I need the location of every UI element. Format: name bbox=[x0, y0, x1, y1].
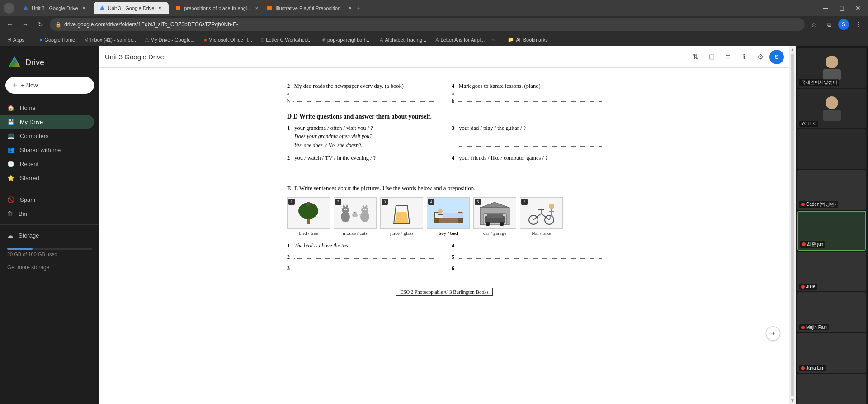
sidebar-item-recent[interactable]: 🕒 Recent bbox=[0, 157, 94, 171]
user-avatar[interactable]: S bbox=[769, 50, 784, 64]
starred-icon: ⭐ bbox=[7, 175, 14, 181]
restore-button[interactable]: ◻ bbox=[835, 2, 848, 14]
layout-grid-button[interactable]: ⊞ bbox=[704, 50, 719, 64]
bookmark-all[interactable]: 📁 All Bookmarks bbox=[504, 36, 551, 43]
bookmark-apps[interactable]: ⊞ Apps bbox=[4, 36, 28, 43]
sort-button[interactable]: ⇅ bbox=[688, 50, 703, 64]
video-panel: 국제인어체발센터 YGLEC bbox=[796, 46, 868, 404]
sidebar-item-storage[interactable]: ☁ Storage bbox=[0, 228, 94, 242]
tab-1-close[interactable]: ✕ bbox=[81, 5, 87, 11]
svg-point-23 bbox=[361, 207, 368, 213]
sidebar-divider-2 bbox=[0, 224, 99, 225]
sidebar-item-computers[interactable]: 💻 Computers bbox=[0, 129, 94, 143]
video-tile-9[interactable]: 민세원 bbox=[797, 374, 866, 404]
sidebar-item-shared[interactable]: 👥 Shared with me bbox=[0, 143, 94, 157]
sidebar-item-home[interactable]: 🏠 Home bbox=[0, 101, 94, 115]
scrollbar[interactable]: ▲ ▼ bbox=[789, 46, 796, 404]
bookmark-ms-office[interactable]: ■ Microsoft Office H... bbox=[200, 36, 256, 43]
new-button[interactable]: + + New bbox=[5, 77, 94, 94]
answer-line-a1 bbox=[293, 94, 437, 94]
close-button[interactable]: ✕ bbox=[852, 2, 864, 14]
sidebar-item-bin[interactable]: 🗑 Bin bbox=[0, 207, 94, 221]
video-tile-4[interactable]: Caden(박장민) bbox=[797, 170, 866, 210]
q4-num: 4 bbox=[452, 155, 454, 162]
bookmark-separator-2 bbox=[500, 36, 500, 43]
sent-line-3 bbox=[294, 270, 437, 270]
sent-num-2: 2 bbox=[287, 254, 290, 261]
sidebar-item-my-drive[interactable]: 💾 My Drive bbox=[0, 115, 94, 129]
forward-button[interactable]: → bbox=[19, 18, 32, 31]
image-bird-tree: 1 bbox=[287, 197, 330, 236]
layout-list-button[interactable]: ≡ bbox=[721, 50, 735, 64]
svg-point-19 bbox=[353, 212, 357, 214]
get-more-storage[interactable]: Get more storage bbox=[0, 261, 94, 274]
scroll-down[interactable]: ▼ bbox=[790, 398, 795, 403]
tab-2-close[interactable]: ✕ bbox=[157, 5, 163, 11]
extension-button[interactable]: ⧉ bbox=[823, 18, 835, 31]
bookmarks-bar: ⊞ Apps ● Google Home M Inbox (41) - sam.… bbox=[0, 33, 868, 46]
minimize-button[interactable]: ─ bbox=[819, 2, 832, 14]
profile-button[interactable]: S bbox=[838, 19, 849, 30]
video-tile-3[interactable] bbox=[797, 129, 866, 169]
video-tile-8[interactable]: Juha Lim bbox=[797, 333, 866, 373]
image-mouse-cats: 2 bbox=[334, 197, 377, 236]
scroll-thumb[interactable] bbox=[791, 54, 794, 396]
bookmark-google-home[interactable]: ● Google Home bbox=[36, 36, 79, 44]
tab-bar: ‹ Unit 3 - Google Drive ✕ Unit 3 - Googl… bbox=[0, 0, 868, 16]
drive-logo-text: Drive bbox=[25, 58, 44, 67]
video-tile-5[interactable]: 최준 jun bbox=[797, 211, 866, 251]
bookmark-letter-c-label: Letter C Worksheet... bbox=[266, 37, 313, 43]
bookmark-letter-a[interactable]: A Letter A is for Airpl... bbox=[432, 36, 488, 43]
storage-progress-fill bbox=[7, 248, 33, 250]
bookmark-letter-c[interactable]: □ Letter C Worksheet... bbox=[258, 36, 316, 43]
bookmark-star-button[interactable]: ☆ bbox=[807, 18, 820, 31]
tab-nav-prev[interactable]: ‹ bbox=[4, 3, 14, 14]
bookmark-my-drive[interactable]: △ My Drive - Google... bbox=[142, 36, 198, 43]
video-tile-6[interactable]: Julie bbox=[797, 252, 866, 291]
q1-answer1: Does your grandma often visit you? bbox=[294, 133, 437, 141]
bookmark-inbox[interactable]: M Inbox (41) - sam.br... bbox=[80, 36, 140, 43]
tab-3-close[interactable]: ✕ bbox=[254, 5, 260, 11]
tile-label-4: Caden(박장민) bbox=[806, 201, 836, 208]
section-d-q1: 1 your grandma / often / visit you / ? D… bbox=[287, 125, 437, 151]
svg-rect-43 bbox=[487, 214, 503, 218]
scroll-up[interactable]: ▲ bbox=[790, 47, 795, 52]
sidebar-item-starred[interactable]: ⭐ Starred bbox=[0, 171, 94, 185]
bookmark-alphabet[interactable]: A Alphabet Tracing... bbox=[376, 36, 430, 43]
storage-info: 20 GB of 100 GB used bbox=[7, 246, 92, 257]
tab-3[interactable]: prepositions-of-place-in-engl... ✕ bbox=[170, 2, 260, 14]
q1-prompt-row: 1 your grandma / often / visit you / ? bbox=[287, 125, 437, 132]
video-tile-7[interactable]: Mujin Park bbox=[797, 292, 866, 332]
tab-4-close[interactable]: ✕ bbox=[347, 5, 351, 11]
tab-2[interactable]: Unit 3 - Google Drive ✕ bbox=[94, 2, 169, 14]
tab-4[interactable]: Illustrative Playful Preposition... ✕ bbox=[261, 2, 351, 14]
svg-rect-33 bbox=[443, 213, 463, 218]
new-tab-button[interactable]: + bbox=[352, 2, 365, 14]
bookmark-alphabet-label: Alphabet Tracing... bbox=[385, 37, 426, 43]
bookmark-popup[interactable]: ◈ pop-up-neighborh... bbox=[318, 36, 374, 43]
reload-button[interactable]: ↻ bbox=[34, 18, 47, 31]
svg-marker-14 bbox=[343, 204, 345, 207]
back-button[interactable]: ← bbox=[4, 18, 16, 31]
section-d-letter: D bbox=[287, 113, 292, 120]
menu-button[interactable]: ⋮ bbox=[852, 18, 864, 31]
q3-answer1 bbox=[459, 133, 602, 139]
sidebar-item-spam[interactable]: 🚫 Spam bbox=[0, 193, 94, 207]
settings-button[interactable]: ⚙ bbox=[753, 50, 768, 64]
sentence-1: 1 The bird is above the tree............… bbox=[287, 242, 437, 249]
info-button[interactable]: ℹ bbox=[737, 50, 751, 64]
tile-label-8: Juha Lim bbox=[806, 366, 825, 371]
add-scroll-button[interactable]: + bbox=[766, 326, 780, 341]
bookmark-google-home-label: Google Home bbox=[44, 37, 75, 43]
section-d-q4: 4 your friends / like / computer games /… bbox=[452, 155, 602, 177]
storage-icon: ☁ bbox=[7, 232, 13, 239]
tab-1[interactable]: Unit 3 - Google Drive ✕ bbox=[17, 2, 93, 14]
above-q4-answer-b: b bbox=[452, 98, 602, 105]
video-tile-1[interactable]: 국제인어체발센터 bbox=[797, 48, 866, 88]
section-d-questions: 1 your grandma / often / visit you / ? D… bbox=[287, 125, 602, 177]
video-tile-2[interactable]: YGLEC bbox=[797, 89, 866, 128]
svg-line-21 bbox=[358, 214, 361, 215]
svg-marker-24 bbox=[362, 204, 365, 207]
url-bar[interactable]: 🔒 drive.google.com/drive/folders/1EqbtJ_… bbox=[50, 18, 805, 31]
sent-num-6: 6 bbox=[452, 265, 454, 272]
